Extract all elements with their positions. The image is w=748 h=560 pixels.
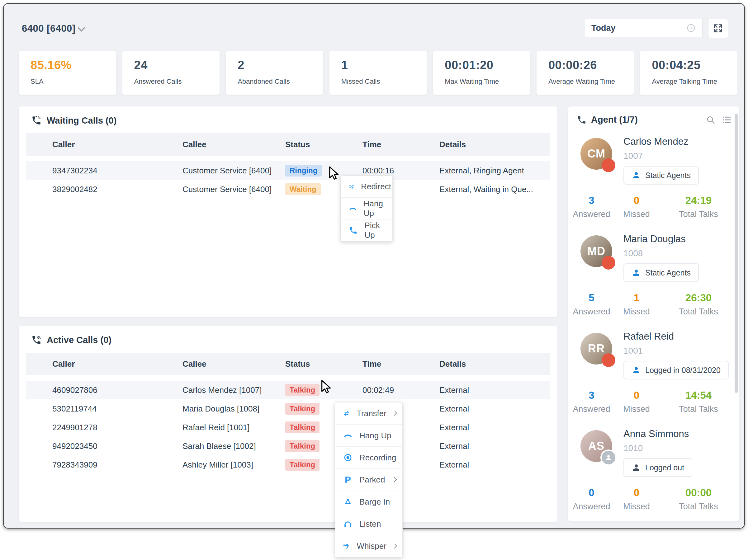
caller-cell: 4609027806 [52,385,183,395]
stat-card-sla: 85.16% SLA [19,51,116,95]
active-calls-panel: Active Calls (0) Caller Callee Status Ti… [19,326,557,522]
menu-item-label: Listen [359,519,381,529]
agent-extension: 1001 [624,346,643,356]
menu-item-redirect[interactable]: Redirect [341,176,392,198]
total-talks-value: 14:54 [658,389,739,401]
recording-icon [343,453,352,462]
stat-value: 24 [134,58,220,72]
agent-badge: Logged out [624,458,692,477]
queue-selector[interactable]: 6400 [6400] [22,23,84,34]
active-calls-table: Caller Callee Status Time Details 460902… [26,353,550,474]
stat-value: 00:04:25 [652,58,738,72]
details-cell: External, Waiting in Que... [439,185,550,194]
menu-item-transfer[interactable]: Transfer [335,403,402,424]
fullscreen-button[interactable] [708,19,728,38]
stat-label: Answered Calls [134,77,220,86]
barge-in-icon [343,497,352,507]
menu-item-hang-up[interactable]: Hang Up [341,198,392,219]
agent-card[interactable]: MD Maria Douglas 1008 Static Agents 5Ans… [568,232,739,329]
stat-card-answered-calls: 24 Answered Calls [122,51,220,95]
submenu-chevron-icon [392,477,397,483]
answered-count: 3 [568,389,615,401]
agent-name: Rafael Reid [624,331,674,342]
callee-cell: Customer Service [6400] [183,166,285,175]
menu-item-barge-in[interactable]: Barge In [335,491,402,513]
agent-badge-label: Static Agents [645,171,691,180]
menu-item-parked[interactable]: P Parked [335,469,402,491]
callee-cell: Maria Douglas [1008] [183,404,285,414]
active-calls-icon [31,335,42,345]
total-talks-value: 24:19 [658,195,739,206]
answered-label: Answered [568,210,615,219]
answered-count: 3 [568,195,615,206]
stat-label: Average Talking Time [652,77,738,86]
total-talks-value: 00:00 [658,487,739,499]
callee-cell: Rafael Reid [1001] [183,423,285,432]
missed-label: Missed [615,502,658,511]
agent-name: Maria Douglas [624,234,686,245]
menu-item-label: Redirect [361,182,391,191]
menu-item-recording[interactable]: Recording [335,447,402,469]
agent-card[interactable]: RR Rafael Reid 1001 Logged in 08/31/2020… [568,329,739,427]
agent-badge: Static Agents [624,263,699,282]
caller-cell: 5302119744 [52,404,183,414]
caller-cell: 9347302234 [52,166,183,175]
table-row[interactable]: 9492023450 Sarah Blaese [1002] Talking E… [26,437,550,456]
stat-value: 00:00:26 [548,58,634,72]
missed-count: 0 [615,389,658,401]
details-cell: External [439,423,550,432]
date-filter-input[interactable]: Today [585,19,703,38]
agent-list: CM Carlos Mendez 1007 Static Agents 3Ans… [568,134,739,521]
agent-badge-label: Static Agents [645,268,691,277]
hang-up-icon [349,204,357,213]
agent-card[interactable]: AS Anna Simmons 1010 Logged out 0Answere… [568,427,739,521]
agent-name: Anna Simmons [624,428,689,440]
menu-item-label: Parked [359,475,385,485]
agent-person-icon [632,463,641,472]
agent-extension: 1008 [624,248,643,258]
answered-label: Answered [568,502,615,511]
caller-cell: 9492023450 [52,441,183,451]
missed-label: Missed [615,404,658,414]
status-badge: Waiting [285,184,321,195]
missed-count: 0 [615,195,658,206]
menu-item-pick-up[interactable]: Pick Up [341,219,392,241]
submenu-chevron-icon [392,411,397,416]
menu-item-listen[interactable]: Listen [335,513,402,535]
active-call-context-menu: Transfer Hang Up Recording P Parked Barg… [335,402,403,558]
agent-list-scrollbar[interactable] [734,114,738,393]
table-row[interactable]: 9347302234 Customer Service [6400] Ringi… [26,161,550,180]
agent-panel: Agent (1/7) CM Carlos Mendez 1007 Static… [568,106,739,521]
list-view-icon[interactable] [722,115,731,124]
listen-icon [343,519,352,529]
table-row[interactable]: 2249901278 Rafael Reid [1001] Talking Ex… [26,418,550,437]
waiting-calls-panel: Waiting Calls (0) Caller Callee Status T… [19,106,557,317]
table-header: Caller Callee Status Time Details [26,353,550,375]
col-caller: Caller [52,359,183,369]
status-dot-logged-out [600,449,616,466]
hang-up-icon [343,431,352,440]
stat-label: SLA [30,77,116,86]
status-badge: Ringing [285,165,322,176]
menu-item-hang-up[interactable]: Hang Up [335,424,402,447]
missed-label: Missed [615,210,658,219]
stat-card-missed-calls: 1 Missed Calls [329,51,427,95]
table-row[interactable]: 7928343909 Ashley Miller [1003] Talking … [26,456,550,474]
search-icon[interactable] [706,115,715,124]
status-dot-busy [602,256,615,270]
agent-badge-label: Logged out [645,463,684,472]
stat-card-avg-talking-time: 00:04:25 Average Talking Time [640,51,738,95]
details-cell: External [439,441,550,451]
col-callee: Callee [183,140,285,149]
col-callee: Callee [183,359,285,369]
active-calls-title: Active Calls (0) [47,335,112,345]
menu-item-whisper[interactable]: Whisper [335,535,402,557]
table-row[interactable]: 3829002482 Customer Service [6400] Waiti… [26,180,550,199]
time-cell: 00:02:49 [363,385,439,395]
agent-card[interactable]: CM Carlos Mendez 1007 Static Agents 3Ans… [568,134,739,232]
callee-cell: Customer Service [6400] [183,185,285,194]
stat-label: Missed Calls [341,77,427,86]
table-row[interactable]: 4609027806 Carlos Mendez [1007] Talking … [26,381,550,399]
agent-panel-title: Agent (1/7) [591,115,699,125]
table-row[interactable]: 5302119744 Maria Douglas [1008] Talking … [26,399,550,418]
